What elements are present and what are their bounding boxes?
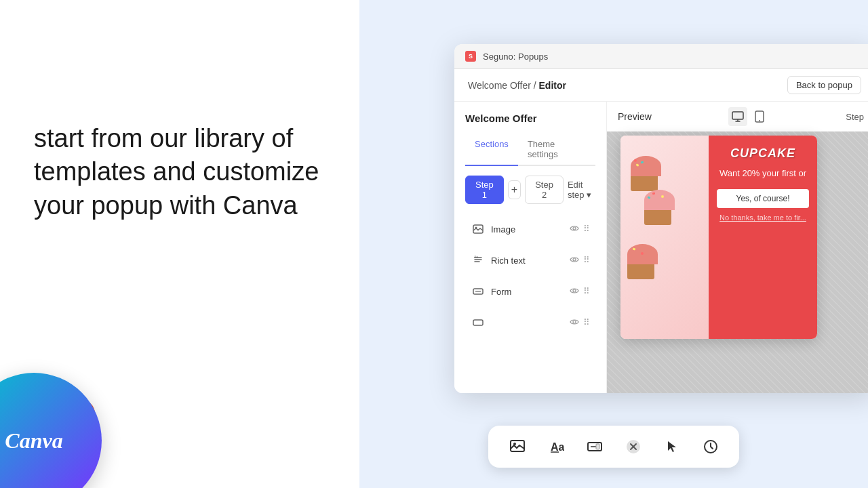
- cupcake-2: [644, 190, 675, 225]
- desktop-device-button[interactable]: [728, 107, 747, 126]
- extra-section-icon: [471, 315, 486, 330]
- left-panel: start from our library of templates and …: [0, 0, 359, 488]
- extra-eye-icon[interactable]: [570, 317, 579, 329]
- popup-cta-button[interactable]: Yes, of course!: [717, 189, 809, 208]
- hero-section: start from our library of templates and …: [34, 122, 326, 222]
- popup-card: CUPCAKE Want 20% your first or Yes, of c…: [620, 136, 817, 339]
- toolbar-close-button[interactable]: [620, 434, 646, 460]
- tab-theme-settings[interactable]: Theme settings: [518, 134, 595, 166]
- image-section-label: Image: [491, 224, 564, 235]
- popup-brand: CUPCAKE: [730, 146, 795, 161]
- popup-skip-link[interactable]: No thanks, take me to fir...: [719, 214, 806, 222]
- toolbar-text-button[interactable]: Aa: [543, 434, 568, 460]
- device-buttons: [728, 107, 769, 126]
- rich-text-section-label: Rich text: [491, 256, 564, 266]
- breadcrumb-base: Welcome Offer: [468, 80, 531, 91]
- back-to-popup-button[interactable]: Back to popup: [787, 76, 861, 94]
- rich-text-drag-icon[interactable]: ⠿: [583, 255, 590, 266]
- app-favicon: S: [465, 51, 476, 62]
- toolbar-form-button[interactable]: [582, 434, 607, 460]
- edit-step-button[interactable]: Edit step ▾: [568, 180, 595, 200]
- step-1-button[interactable]: Step 1: [465, 176, 504, 204]
- extra-section-actions: ⠿: [570, 317, 590, 329]
- step-controls: Step 1 + Step 2 Edit step ▾: [465, 176, 595, 204]
- popup-right-content: CUPCAKE Want 20% your first or Yes, of c…: [709, 136, 817, 339]
- section-item-rich-text[interactable]: Aa Rich text ⠿: [465, 246, 595, 274]
- form-section-label: Form: [491, 287, 564, 297]
- image-section-actions: ⠿: [570, 224, 590, 235]
- bottom-toolbar: Aa: [488, 426, 739, 468]
- image-eye-icon[interactable]: [570, 224, 579, 235]
- rich-text-eye-icon[interactable]: [570, 255, 579, 266]
- sections-list: Image ⠿: [465, 215, 595, 337]
- browser-nav: Welcome Offer / Editor Back to popup: [454, 69, 868, 102]
- step-2-button[interactable]: Step 2: [525, 176, 564, 204]
- svg-point-4: [573, 227, 576, 230]
- browser-titlebar: S Seguno: Popups: [454, 44, 868, 69]
- editor-body: Welcome Offer Sections Theme settings St…: [454, 102, 868, 393]
- svg-point-16: [759, 120, 760, 121]
- preview-header: Preview: [607, 102, 868, 131]
- toolbar-image-button[interactable]: [505, 434, 530, 460]
- step-label-right: Step: [846, 112, 864, 122]
- svg-rect-23: [596, 444, 599, 449]
- cupcake-3: [627, 244, 658, 279]
- breadcrumb-separator: /: [534, 80, 539, 91]
- right-panel: S Seguno: Popups Welcome Offer / Editor …: [359, 0, 868, 488]
- cupcake-1: [631, 156, 661, 191]
- form-eye-icon[interactable]: [570, 286, 579, 298]
- cupcakes-background: [620, 136, 709, 339]
- section-item-form[interactable]: Form ⠿: [465, 277, 595, 306]
- extra-drag-icon[interactable]: ⠿: [583, 317, 590, 329]
- editor-popup-title: Welcome Offer: [465, 113, 595, 124]
- breadcrumb-active: Editor: [539, 80, 566, 91]
- rich-text-section-icon: Aa: [471, 253, 486, 268]
- add-step-button[interactable]: +: [508, 180, 521, 199]
- form-section-actions: ⠿: [570, 286, 590, 298]
- canva-logo-circle: Canva: [0, 373, 102, 488]
- editor-tabs: Sections Theme settings: [465, 134, 595, 166]
- svg-point-6: [573, 258, 576, 261]
- popup-image-section: [620, 136, 709, 339]
- svg-point-11: [573, 321, 576, 323]
- svg-rect-10: [473, 320, 483, 325]
- section-item-extra[interactable]: ⠿: [465, 308, 595, 337]
- preview-area: Preview: [607, 102, 868, 393]
- browser-window: S Seguno: Popups Welcome Offer / Editor …: [454, 44, 868, 393]
- svg-point-9: [573, 289, 576, 292]
- form-drag-icon[interactable]: ⠿: [583, 286, 590, 298]
- preview-title: Preview: [618, 111, 652, 122]
- canva-logo-text: Canva: [5, 428, 62, 453]
- image-drag-icon[interactable]: ⠿: [583, 224, 590, 235]
- toolbar-history-button[interactable]: [698, 434, 723, 460]
- toolbar-select-button[interactable]: [659, 434, 684, 460]
- svg-text:Aa: Aa: [551, 441, 564, 453]
- popup-offer-text: Want 20% your first or: [719, 167, 806, 180]
- mobile-device-button[interactable]: [750, 107, 769, 126]
- svg-rect-12: [732, 112, 743, 119]
- svg-text:Aa: Aa: [474, 255, 478, 259]
- image-section-icon: [471, 222, 486, 237]
- section-item-image[interactable]: Image ⠿: [465, 215, 595, 243]
- tab-sections[interactable]: Sections: [465, 134, 518, 166]
- browser-window-title: Seguno: Popups: [483, 52, 548, 62]
- hero-text: start from our library of templates and …: [34, 122, 326, 222]
- editor-sidebar: Welcome Offer Sections Theme settings St…: [454, 102, 607, 393]
- form-section-icon: [471, 284, 486, 299]
- rich-text-section-actions: ⠿: [570, 255, 590, 266]
- breadcrumb: Welcome Offer / Editor: [468, 80, 566, 91]
